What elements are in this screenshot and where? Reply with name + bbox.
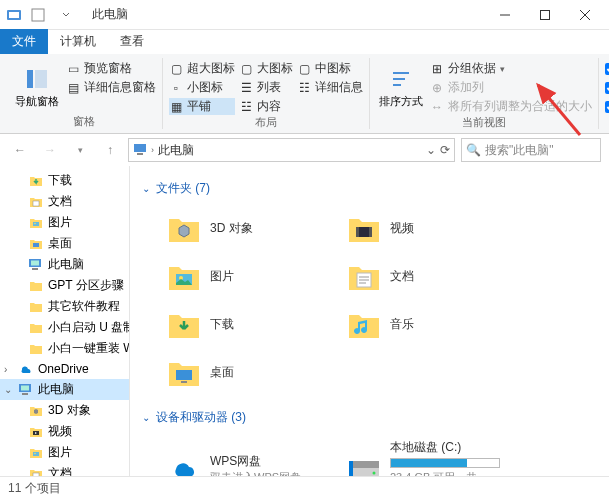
layout-xl[interactable]: ▢超大图标	[169, 60, 235, 77]
up-button[interactable]: ↑	[98, 138, 122, 162]
sidebar-item-13[interactable]: 图片	[0, 442, 129, 463]
content-pane[interactable]: ⌄文件夹 (7)3D 对象视频图片文档下载音乐桌面⌄设备和驱动器 (3)WPS网…	[130, 166, 609, 476]
tree-label: 桌面	[48, 235, 72, 252]
layout-content[interactable]: ☳内容	[239, 98, 293, 115]
sidebar-item-11[interactable]: 3D 对象	[0, 400, 129, 421]
group-header-0[interactable]: ⌄文件夹 (7)	[142, 174, 597, 203]
sidebar-item-5[interactable]: GPT 分区步骤	[0, 275, 129, 296]
tree-label: 视频	[48, 423, 72, 440]
sidebar-item-4[interactable]: 此电脑	[0, 254, 129, 275]
svg-rect-13	[33, 201, 39, 206]
autosize-button[interactable]: ↔将所有列调整为合适的大小	[430, 98, 592, 115]
content-item-0-5[interactable]: 音乐	[342, 303, 502, 347]
sidebar-item-3[interactable]: 桌面	[0, 233, 129, 254]
search-input[interactable]: 🔍 搜索"此电脑"	[461, 138, 601, 162]
content-item-0-2[interactable]: 图片	[162, 255, 322, 299]
svg-rect-43	[176, 370, 192, 380]
svg-rect-19	[32, 268, 38, 270]
nav-pane-button[interactable]: 导航窗格	[12, 58, 62, 114]
tree-icon-desktop	[28, 236, 44, 252]
item-icon-3d	[166, 211, 202, 247]
sort-button[interactable]: 排序方式	[376, 58, 426, 114]
sidebar-item-7[interactable]: 小白启动 U 盘制作步	[0, 317, 129, 338]
layout-l[interactable]: ▢大图标	[239, 60, 293, 77]
content-item-0-0[interactable]: 3D 对象	[162, 207, 322, 251]
sidebar-item-14[interactable]: 文档	[0, 463, 129, 476]
checkbox-extensions[interactable]: 文件扩展名	[605, 79, 609, 96]
tree-label: OneDrive	[38, 362, 89, 376]
preview-pane-icon: ▭	[66, 62, 80, 76]
svg-rect-46	[349, 461, 379, 468]
recent-button[interactable]: ▾	[68, 138, 92, 162]
status-bar: 11 个项目	[0, 476, 609, 500]
checkbox-hidden-items[interactable]: 隐藏的项目	[605, 98, 609, 115]
group-header-1[interactable]: ⌄设备和驱动器 (3)	[142, 403, 597, 432]
tree-label: 小白启动 U 盘制作步	[48, 319, 130, 336]
group-title: 文件夹 (7)	[156, 180, 210, 197]
expand-icon[interactable]: ⌄	[4, 384, 14, 395]
tab-view[interactable]: 查看	[108, 29, 156, 54]
address-bar: ← → ▾ ↑ › 此电脑 ⌄ ⟳ 🔍 搜索"此电脑"	[0, 134, 609, 166]
sidebar-item-2[interactable]: 图片	[0, 212, 129, 233]
item-name: 本地磁盘 (C:)	[390, 440, 500, 456]
chevron-down-icon: ⌄	[142, 183, 150, 194]
tab-file[interactable]: 文件	[0, 29, 48, 54]
content-item-1-1[interactable]: 本地磁盘 (C:)23.4 GB 可用，共 80.0 GB	[342, 436, 502, 476]
back-button[interactable]: ←	[8, 138, 32, 162]
content-item-0-1[interactable]: 视频	[342, 207, 502, 251]
address-input[interactable]: › 此电脑 ⌄ ⟳	[128, 138, 455, 162]
title-bar: 此电脑	[0, 0, 609, 30]
content-item-0-3[interactable]: 文档	[342, 255, 502, 299]
pc-icon	[133, 142, 147, 159]
svg-rect-26	[33, 473, 39, 477]
sort-icon	[387, 65, 415, 93]
forward-button[interactable]: →	[38, 138, 62, 162]
content-item-0-4[interactable]: 下载	[162, 303, 322, 347]
layout-details[interactable]: ☷详细信息	[297, 79, 363, 96]
tree-icon-3d	[28, 403, 44, 419]
sidebar-item-8[interactable]: 小白一键重装 Win10	[0, 338, 129, 359]
group-by-button[interactable]: ⊞分组依据▾	[430, 60, 592, 77]
details-pane-button[interactable]: ▤详细信息窗格	[66, 79, 156, 96]
sidebar-item-1[interactable]: 文档	[0, 191, 129, 212]
sidebar-item-10[interactable]: ⌄此电脑	[0, 379, 129, 400]
sidebar-item-9[interactable]: ›OneDrive	[0, 359, 129, 379]
maximize-button[interactable]	[525, 1, 565, 29]
tree-icon-pc	[28, 257, 44, 273]
refresh-button[interactable]: ⟳	[440, 143, 450, 157]
tree-icon-doc	[28, 466, 44, 477]
layout-m[interactable]: ▢中图标	[297, 60, 363, 77]
tiles-icon: ▦	[169, 100, 183, 114]
tree-icon-download	[28, 173, 44, 189]
svg-rect-4	[541, 10, 550, 19]
qat-dropdown-icon[interactable]	[56, 5, 76, 25]
breadcrumb[interactable]: 此电脑	[158, 142, 194, 159]
tab-computer[interactable]: 计算机	[48, 29, 108, 54]
preview-pane-button[interactable]: ▭预览窗格	[66, 60, 156, 77]
sidebar-tree[interactable]: 下载文档图片桌面此电脑GPT 分区步骤其它软件教程小白启动 U 盘制作步小白一键…	[0, 166, 130, 476]
drive-usage-bar	[390, 458, 500, 468]
tree-icon-folder	[28, 341, 44, 357]
qat-properties-icon[interactable]	[28, 5, 48, 25]
layout-list[interactable]: ☰列表	[239, 79, 293, 96]
layout-tiles[interactable]: ▦平铺	[169, 98, 235, 115]
minimize-button[interactable]	[485, 1, 525, 29]
body: 下载文档图片桌面此电脑GPT 分区步骤其它软件教程小白启动 U 盘制作步小白一键…	[0, 166, 609, 476]
window-title: 此电脑	[92, 6, 128, 23]
content-item-1-0[interactable]: WPS网盘双击进入WPS网盘	[162, 436, 322, 476]
svg-rect-35	[356, 227, 359, 237]
item-name: 音乐	[390, 317, 414, 333]
address-dropdown-icon[interactable]: ⌄	[426, 143, 436, 157]
sidebar-item-12[interactable]: 视频	[0, 421, 129, 442]
expand-icon[interactable]: ›	[4, 364, 14, 375]
ribbon: 导航窗格 ▭预览窗格 ▤详细信息窗格 窗格 ▢超大图标 ▫小图标 ▦平铺 ▢大图…	[0, 54, 609, 134]
sidebar-item-6[interactable]: 其它软件教程	[0, 296, 129, 317]
layout-s[interactable]: ▫小图标	[169, 79, 235, 96]
close-button[interactable]	[565, 1, 605, 29]
sidebar-item-0[interactable]: 下载	[0, 170, 129, 191]
add-columns-button[interactable]: ⊕添加列	[430, 79, 592, 96]
checkbox-item-boxes[interactable]: 项目复选框	[605, 60, 609, 77]
ribbon-group-current-view: 排序方式 ⊞分组依据▾ ⊕添加列 ↔将所有列调整为合适的大小 当前视图	[370, 58, 599, 129]
content-item-0-6[interactable]: 桌面	[162, 351, 322, 395]
item-sub: 双击进入WPS网盘	[210, 470, 301, 476]
